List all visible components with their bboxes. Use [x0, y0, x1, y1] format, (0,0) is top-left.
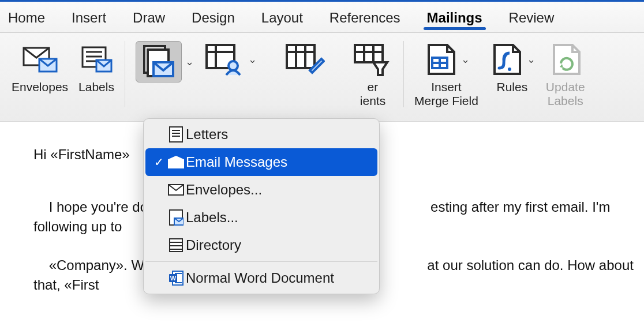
menu-item-directory[interactable]: Directory [145, 231, 377, 259]
tab-draw[interactable]: Draw [129, 5, 169, 29]
edit-recipient-list-button[interactable] [281, 39, 328, 80]
tab-label: Insert [72, 10, 106, 25]
button-label: Update Labels [546, 80, 585, 108]
chevron-down-icon: ⌄ [461, 53, 470, 66]
tab-insert[interactable]: Insert [68, 5, 110, 29]
menu-item-label: Letters [186, 126, 228, 142]
email-icon [166, 155, 186, 169]
tab-mailings[interactable]: Mailings [424, 5, 486, 29]
tab-label: Draw [133, 10, 165, 25]
menu-item-label: Directory [186, 237, 241, 253]
start-mail-merge-button[interactable]: ⌄ [132, 39, 197, 85]
directory-icon [166, 238, 186, 253]
tab-references[interactable]: References [326, 5, 404, 29]
checkmark-icon: ✓ [151, 155, 166, 169]
update-labels-button: Update Labels [542, 39, 589, 108]
rules-icon [490, 43, 522, 76]
svg-rect-14 [287, 45, 314, 68]
update-labels-icon [549, 43, 582, 76]
tab-home[interactable]: Home [5, 5, 48, 29]
ribbon: Envelopes Labels [0, 33, 644, 122]
start-mail-merge-icon [141, 45, 177, 78]
ribbon-separator [403, 41, 404, 107]
button-label: Envelopes [12, 80, 68, 94]
chevron-down-icon: ⌄ [248, 53, 257, 66]
button-label: erients [360, 80, 385, 108]
select-recipients-icon [204, 43, 245, 76]
menu-item-label: Normal Word Document [186, 270, 334, 286]
chevron-down-icon: ⌄ [527, 53, 536, 66]
button-label: Insert Merge Field [414, 80, 478, 108]
select-recipients-button[interactable]: ⌄ [201, 39, 260, 80]
tab-label: Home [8, 10, 45, 25]
menu-item-letters[interactable]: Letters [145, 121, 377, 148]
rules-button[interactable]: ⌄ Rules [485, 39, 539, 94]
tab-label: Mailings [427, 10, 482, 25]
edit-recipient-list-icon [284, 43, 325, 76]
button-label: Labels [78, 80, 114, 94]
tab-label: References [330, 10, 400, 25]
insert-merge-field-button[interactable]: ⌄ Insert Merge Field [411, 39, 482, 108]
filter-recipients-icon [353, 43, 393, 76]
svg-point-25 [508, 68, 511, 71]
insert-merge-field-icon [424, 43, 456, 76]
menu-item-email-messages[interactable]: ✓ Email Messages [145, 148, 377, 176]
menu-divider [145, 261, 377, 262]
button-label: Rules [497, 80, 528, 94]
menu-item-label: Labels... [186, 209, 238, 226]
menu-item-envelopes[interactable]: Envelopes... [145, 176, 377, 204]
tab-label: Design [192, 10, 235, 25]
ribbon-separator [125, 41, 125, 107]
menu-item-label: Email Messages [186, 154, 287, 170]
labels-button[interactable]: Labels [75, 39, 118, 94]
doc-line: Looking forward to [33, 328, 644, 330]
label-sheet-icon [166, 209, 186, 226]
menu-item-labels[interactable]: Labels... [145, 204, 377, 231]
envelopes-button[interactable]: Envelopes [8, 39, 72, 94]
tab-layout[interactable]: Layout [258, 5, 306, 29]
envelopes-icon [22, 45, 58, 74]
svg-point-13 [229, 61, 238, 70]
word-document-icon: W [166, 270, 186, 286]
envelope-icon [166, 183, 186, 196]
menu-item-label: Envelopes... [186, 182, 262, 198]
tab-design[interactable]: Design [188, 5, 238, 29]
labels-icon [80, 45, 113, 74]
tab-label: Review [509, 10, 555, 25]
filter-recipients-button[interactable]: erients [349, 39, 396, 108]
chevron-down-icon: ⌄ [185, 55, 194, 68]
tab-review[interactable]: Review [506, 5, 558, 29]
start-mail-merge-menu: Letters ✓ Email Messages Envelopes... La… [143, 118, 380, 294]
menu-item-normal-word-document[interactable]: W Normal Word Document [145, 264, 377, 292]
ribbon-tabs: Home Insert Draw Design Layout Reference… [0, 2, 644, 33]
svg-text:W: W [170, 275, 177, 282]
svg-rect-26 [170, 127, 182, 142]
svg-rect-18 [355, 45, 383, 62]
tab-label: Layout [261, 10, 303, 25]
letters-icon [166, 126, 186, 143]
